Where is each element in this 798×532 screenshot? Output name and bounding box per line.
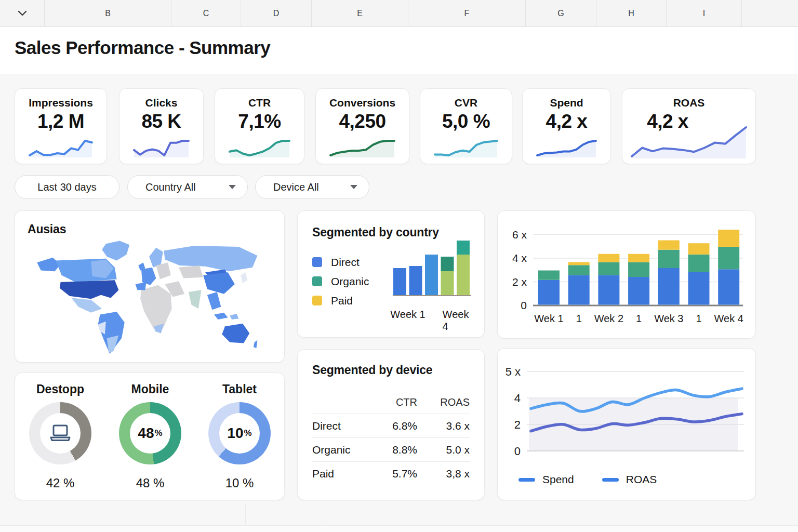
map-panel-title: Ausias: [28, 222, 66, 236]
map-region-russia: [164, 246, 258, 271]
map-region-china: [203, 272, 235, 294]
device-table: CTR ROAS Direct 6.8% 3.6 x Organic 8.8% …: [312, 390, 470, 485]
table-row-direct: Direct 6.8% 3.6 x: [312, 414, 470, 437]
organic-swatch: [312, 276, 322, 286]
row-label: Organic: [312, 444, 351, 456]
donut-center-unit: %: [244, 428, 252, 438]
roas-value: 3.6 x: [446, 420, 470, 432]
donut-center-value: 48: [138, 425, 154, 442]
column-header-f[interactable]: F: [408, 0, 526, 26]
paid-swatch: [312, 296, 322, 305]
column-header-g[interactable]: G: [526, 0, 596, 26]
table-row-organic: Organic 8.8% 5.0 x: [312, 438, 470, 461]
legend-item-organic: Organic: [312, 272, 369, 291]
filter-chip-country[interactable]: Country All: [127, 175, 248, 199]
sheet-row: [0, 526, 798, 532]
kpi-sparkline: [132, 139, 191, 157]
donut-percent-label: 10 %: [198, 476, 281, 490]
column-header-h[interactable]: H: [596, 0, 667, 26]
chevron-down-icon: [18, 10, 27, 16]
kpi-label: Clicks: [119, 97, 203, 109]
legend-label-spend: Spend: [542, 473, 574, 486]
donut-title: Mobile: [109, 382, 192, 396]
column-header-roas: ROAS: [440, 396, 470, 408]
filter-chip-date-range[interactable]: Last 30 days: [15, 175, 119, 199]
weekly-stacked-bar-chart: 02 x4 x6 xWek 11Wek 21Wek 31Wek 4: [498, 211, 755, 338]
legend-label: Organic: [331, 275, 369, 288]
row-label: Direct: [312, 420, 341, 432]
column-header-row: B C D E F G H I: [0, 0, 798, 27]
ctr-value: 5.7%: [392, 468, 417, 480]
legend-item-direct: Direct: [312, 252, 369, 272]
kpi-card-conversions: Conversions 4,250: [315, 88, 409, 164]
spend-roas-chart-panel: 0245 x Spend ROAS: [497, 348, 756, 500]
column-header-ctr: CTR: [396, 396, 417, 408]
donut-percent-label: 48 %: [109, 476, 192, 490]
kpi-value: 4,250: [316, 111, 409, 132]
map-region-indonesia-east: [230, 314, 238, 320]
x-label-week4: Week 4: [443, 309, 469, 332]
chevron-down-icon: [350, 185, 357, 189]
map-region-west-europe: [141, 268, 156, 285]
kpi-card-cvr: CVR 5,0 %: [420, 88, 512, 164]
svg-text:Wek 3: Wek 3: [654, 313, 683, 324]
svg-text:4: 4: [514, 392, 521, 405]
kpi-label: ROAS: [622, 97, 755, 109]
legend-label-roas: ROAS: [626, 473, 657, 486]
svg-text:0: 0: [521, 299, 527, 311]
corner-cell[interactable]: [0, 0, 45, 26]
kpi-value: 1,2 M: [15, 111, 107, 132]
svg-text:Wek 2: Wek 2: [594, 313, 623, 324]
donut-center-unit: %: [155, 428, 163, 438]
chevron-down-icon: [229, 185, 236, 189]
map-panel: Ausias: [15, 210, 285, 363]
mobile-donut-chart: 48 %: [119, 402, 181, 464]
map-region-usa: [60, 280, 119, 299]
donut-percent-label: 42 %: [19, 476, 102, 490]
svg-text:1: 1: [576, 313, 582, 324]
svg-text:6 x: 6 x: [512, 229, 527, 241]
kpi-card-clicks: Clicks 85 K: [119, 88, 204, 164]
svg-text:1: 1: [636, 313, 642, 324]
svg-text:Wek 1: Wek 1: [534, 313, 563, 324]
laptop-icon: [48, 423, 73, 443]
country-legend: Direct Organic Paid: [312, 252, 369, 310]
country-panel: Segmented by country Direct Organic Paid…: [297, 210, 485, 338]
filter-label: Device All: [273, 181, 319, 193]
map-region-se-asia: [207, 292, 221, 310]
filter-chip-device[interactable]: Device All: [255, 175, 369, 199]
column-header-i[interactable]: I: [667, 0, 742, 26]
kpi-card-ctr: CTR 7,1%: [215, 88, 304, 164]
roas-line-swatch: [602, 478, 619, 482]
column-header-blank[interactable]: [742, 0, 798, 26]
svg-text:1: 1: [696, 313, 701, 324]
kpi-sparkline: [328, 139, 396, 157]
svg-text:0: 0: [514, 445, 521, 458]
map-region-indonesia: [214, 313, 228, 320]
donut-title: Destopp: [19, 382, 102, 396]
map-region-east-europe: [156, 262, 170, 279]
device-table-panel: Segmented by device CTR ROAS Direct 6.8%…: [297, 349, 485, 500]
tablet-donut-chart: 10 %: [208, 402, 271, 464]
column-header-b[interactable]: B: [45, 0, 171, 26]
donut-group-desktop: Destopp 42 %: [19, 373, 102, 501]
svg-text:5 x: 5 x: [506, 365, 521, 378]
desktop-donut-chart: [29, 402, 91, 464]
x-label-week1: Week 1: [390, 309, 425, 321]
column-header-e[interactable]: E: [312, 0, 408, 26]
kpi-label: Conversions: [316, 97, 409, 109]
column-header-d[interactable]: D: [241, 0, 312, 26]
svg-text:2 x: 2 x: [512, 276, 527, 288]
kpi-sparkline: [535, 139, 598, 157]
kpi-sparkline: [433, 139, 499, 157]
donut-center: 10 %: [219, 413, 260, 454]
map-region-iberia: [136, 282, 147, 290]
kpi-card-spend: Spend 4,2 x: [522, 88, 611, 164]
legend-label: Paid: [331, 295, 353, 307]
map-region-mexico: [71, 298, 102, 312]
table-header-row: CTR ROAS: [312, 390, 470, 414]
donut-group-mobile: Mobile 48 % 48 %: [109, 373, 192, 501]
filter-label: Last 30 days: [37, 181, 96, 193]
kpi-sparkline: [228, 139, 291, 157]
column-header-c[interactable]: C: [171, 0, 241, 26]
